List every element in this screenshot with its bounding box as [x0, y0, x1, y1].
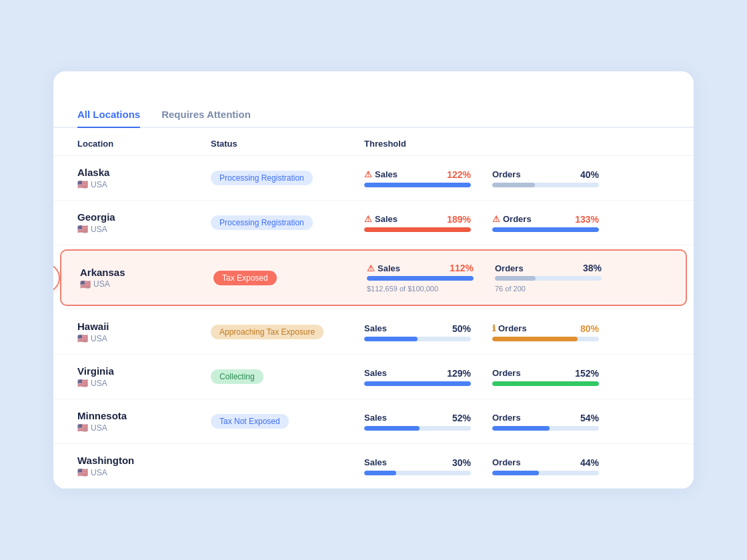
- sales-threshold: ⚠ Sales 112% $112,659 of $100,000: [367, 263, 474, 293]
- col-location: Location: [77, 139, 211, 149]
- orders-header: Orders 44%: [492, 457, 599, 468]
- orders-threshold: Orders 38% 76 of 200: [495, 263, 602, 293]
- table-row[interactable]: ⚠ Arkansas 🇺🇸 USA Tax Exposed ⚠ Sales 11…: [60, 249, 687, 306]
- orders-bar-track: [492, 471, 599, 475]
- sales-threshold: ⚠ Sales 122%: [364, 169, 471, 187]
- table-header: Location Status Threshold: [53, 128, 694, 156]
- orders-header: ⚠ Orders 133%: [492, 214, 599, 225]
- sales-threshold: Sales 129%: [364, 368, 471, 386]
- country-flag: 🇺🇸: [80, 279, 91, 289]
- orders-label: Orders: [492, 169, 521, 179]
- sales-bar-fill: [364, 337, 418, 341]
- location-name: Hawaii: [77, 321, 211, 332]
- tab-all-locations[interactable]: All Locations: [77, 109, 140, 128]
- sales-pct: 112%: [450, 263, 474, 273]
- country-flag: 🇺🇸: [77, 333, 88, 343]
- sales-label: Sales: [364, 457, 387, 467]
- sales-header: ⚠ Sales 112%: [367, 263, 474, 273]
- orders-bar-fill: [492, 337, 578, 341]
- sales-bar-fill: [364, 471, 396, 475]
- location-country: 🇺🇸 USA: [77, 224, 211, 234]
- threshold-cell: Sales 30% Orders 44%: [364, 457, 670, 475]
- location-name: Georgia: [77, 211, 211, 223]
- status-cell: Tax Not Exposed: [211, 414, 364, 429]
- location-cell: Hawaii 🇺🇸 USA: [77, 321, 211, 343]
- sales-label: Sales: [364, 413, 387, 423]
- location-cell: Arkansas 🇺🇸 USA: [80, 267, 213, 289]
- threshold-cell: Sales 50% ℹ Orders 80%: [364, 323, 670, 341]
- orders-pct: 54%: [580, 413, 599, 423]
- status-cell: Collecting: [211, 369, 364, 384]
- location-cell: Minnesota 🇺🇸 USA: [77, 410, 211, 433]
- status-badge: Tax Not Exposed: [211, 414, 289, 429]
- orders-bar-track: [492, 381, 599, 386]
- threshold-cell: ⚠ Sales 189% ⚠ Orders 133%: [364, 214, 670, 232]
- sales-bar-track: [367, 276, 474, 281]
- table-row[interactable]: Minnesota 🇺🇸 USA Tax Not Exposed Sales 5…: [53, 399, 694, 444]
- sales-label: Sales: [364, 368, 387, 378]
- sales-threshold: Sales 52%: [364, 413, 471, 431]
- sales-bar-track: [364, 471, 471, 475]
- location-name: Minnesota: [77, 410, 211, 421]
- location-cell: Washington 🇺🇸 USA: [77, 455, 211, 477]
- sales-sub: $112,659 of $100,000: [367, 285, 474, 293]
- tab-bar: All Locations Requires Attention: [53, 109, 694, 128]
- alert-bubble-icon: ⚠: [53, 263, 60, 293]
- sales-threshold: ⚠ Sales 189%: [364, 214, 471, 232]
- location-name: Virginia: [77, 365, 211, 377]
- status-badge: Processing Registration: [211, 171, 313, 185]
- row-wrapper-minnesota: Minnesota 🇺🇸 USA Tax Not Exposed Sales 5…: [53, 399, 694, 444]
- location-name: Alaska: [77, 167, 211, 178]
- orders-bar-track: [495, 276, 602, 281]
- location-cell: Virginia 🇺🇸 USA: [77, 365, 211, 388]
- sales-header: Sales 52%: [364, 413, 471, 423]
- orders-warning-icon: ⚠: [492, 214, 500, 224]
- row-wrapper-arkansas: ⚠ Arkansas 🇺🇸 USA Tax Exposed ⚠ Sales 11…: [53, 249, 694, 306]
- sales-label: ⚠ Sales: [364, 214, 398, 224]
- sales-label: ⚠ Sales: [364, 169, 398, 179]
- orders-sub: 76 of 200: [495, 285, 602, 293]
- table-row[interactable]: Virginia 🇺🇸 USA Collecting Sales 129% Or…: [53, 355, 694, 399]
- orders-bar-fill: [492, 426, 550, 431]
- status-badge: Approaching Tax Exposure: [211, 325, 323, 339]
- orders-bar-fill: [492, 381, 599, 386]
- table-body: Alaska 🇺🇸 USA Processing Registration ⚠ …: [53, 156, 694, 489]
- orders-header: Orders 38%: [495, 263, 602, 273]
- main-card: All Locations Requires Attention Locatio…: [53, 71, 694, 489]
- orders-caution-icon: ℹ: [492, 323, 496, 333]
- sales-warning-icon: ⚠: [364, 169, 372, 179]
- orders-threshold: Orders 152%: [492, 368, 599, 386]
- sales-bar-track: [364, 183, 471, 187]
- sales-pct: 30%: [452, 457, 471, 468]
- country-flag: 🇺🇸: [77, 378, 88, 388]
- threshold-cell: ⚠ Sales 122% Orders 40%: [364, 169, 670, 187]
- country-flag: 🇺🇸: [77, 467, 88, 477]
- sales-threshold: Sales 30%: [364, 457, 471, 475]
- table-row[interactable]: Hawaii 🇺🇸 USA Approaching Tax Exposure S…: [53, 310, 694, 355]
- location-country: 🇺🇸 USA: [77, 378, 211, 388]
- orders-label: Orders: [492, 368, 521, 378]
- sales-header: ⚠ Sales 122%: [364, 169, 471, 180]
- status-cell: Processing Registration: [211, 171, 364, 185]
- location-name: Arkansas: [80, 267, 213, 278]
- location-country: 🇺🇸 USA: [77, 179, 211, 189]
- sales-header: Sales 50%: [364, 323, 471, 334]
- orders-header: Orders 54%: [492, 413, 599, 423]
- tab-requires-attention[interactable]: Requires Attention: [161, 109, 251, 128]
- table-row[interactable]: Washington 🇺🇸 USA Sales 30% Orders 44%: [53, 444, 694, 489]
- page-title: [53, 93, 694, 109]
- table-row[interactable]: Georgia 🇺🇸 USA Processing Registration ⚠…: [53, 201, 694, 245]
- sales-warning-icon: ⚠: [367, 263, 375, 273]
- row-wrapper-alaska: Alaska 🇺🇸 USA Processing Registration ⚠ …: [53, 156, 694, 201]
- threshold-cell: ⚠ Sales 112% $112,659 of $100,000 Orders…: [367, 263, 667, 293]
- orders-bar-track: [492, 183, 599, 187]
- orders-bar-fill: [492, 227, 599, 232]
- sales-bar-fill: [364, 426, 420, 431]
- sales-pct: 50%: [452, 323, 471, 334]
- sales-pct: 52%: [452, 413, 471, 423]
- country-flag: 🇺🇸: [77, 179, 88, 189]
- country-flag: 🇺🇸: [77, 423, 88, 433]
- table-row[interactable]: Alaska 🇺🇸 USA Processing Registration ⚠ …: [53, 156, 694, 201]
- status-cell: Processing Registration: [211, 215, 364, 230]
- orders-threshold: Orders 54%: [492, 413, 599, 431]
